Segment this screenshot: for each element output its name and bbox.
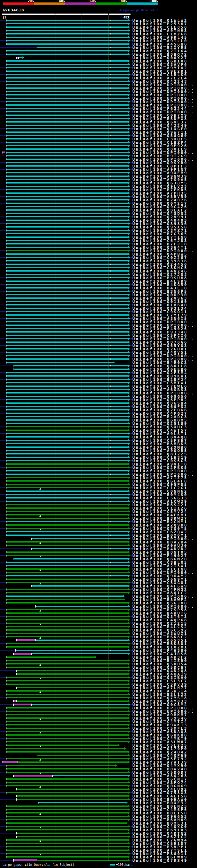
bar-start-tick <box>6 263 6 266</box>
bar-gap-tick <box>44 88 44 89</box>
bar-start-tick <box>6 341 6 343</box>
bar-arrowhead-icon <box>128 29 130 32</box>
gap-leader-line <box>0 67 6 68</box>
bar-arrowhead-icon <box>128 419 130 421</box>
alignment-bar <box>6 233 128 234</box>
bar-gap-tick <box>44 318 44 319</box>
gap-leader-line <box>0 433 6 434</box>
bar-gap-tick <box>44 619 44 621</box>
bar-arrowhead-icon <box>128 405 130 408</box>
gap-leader-line <box>0 474 6 474</box>
bar-start-tick <box>6 565 6 567</box>
bar-arrowhead-icon <box>128 741 130 743</box>
gap-leader-line <box>0 535 6 535</box>
alignment-bar <box>6 436 128 438</box>
bar-gap-tick <box>44 308 44 309</box>
bar-start-tick <box>16 836 17 838</box>
scale-tick-label: ~60% <box>88 0 96 2</box>
bar-gap-tick <box>44 324 44 326</box>
bar-start-tick <box>6 324 6 327</box>
bar-start-tick <box>6 297 6 299</box>
alignment-bar <box>6 579 128 580</box>
bar-arrowhead-icon <box>128 571 130 574</box>
bar-start-tick <box>6 301 6 303</box>
bar-arrowhead-icon <box>128 39 130 42</box>
bar-start-tick <box>6 209 6 211</box>
bar-arrowhead-icon <box>128 524 130 526</box>
alignment-bar <box>6 487 128 488</box>
bar-gap-tick <box>44 856 44 858</box>
gap-leader-line <box>0 338 6 339</box>
bar-arrowhead-icon <box>128 415 130 418</box>
gap-leader-line <box>0 34 6 34</box>
bar-start-tick <box>6 84 6 86</box>
gap-leader-line <box>0 494 6 495</box>
alignment-bar <box>32 538 128 539</box>
bar-arrowhead-icon <box>128 558 130 560</box>
hsp-boundary-arrow-icon <box>110 114 111 116</box>
bar-start-tick <box>6 60 6 62</box>
bar-start-tick <box>6 185 6 188</box>
bar-arrowhead-icon <box>128 66 130 69</box>
bar-start-tick <box>6 456 6 459</box>
bar-start-tick <box>6 433 6 435</box>
bar-arrowhead-icon <box>128 198 130 201</box>
bar-gap-tick <box>44 159 44 160</box>
gap-leader-line <box>0 142 6 143</box>
alignment-bar <box>6 511 128 512</box>
bar-gap-tick <box>44 565 44 566</box>
bar-gap-tick <box>44 101 44 102</box>
bar-gap-tick <box>44 247 44 248</box>
gap-leader-line <box>0 271 6 271</box>
low-identity-segment <box>14 704 32 706</box>
gap-leader-line <box>0 20 6 21</box>
gap-leader-line <box>0 860 14 861</box>
alignment-bar <box>6 186 128 187</box>
bar-start-tick <box>6 595 6 597</box>
bar-gap-tick <box>44 54 44 55</box>
bar-start-tick <box>6 568 6 570</box>
bar-arrowhead-icon <box>128 680 130 682</box>
bar-arrowhead-icon <box>128 131 130 133</box>
subject-id-label[interactable]: UniRef100_Q7RS49 <box>132 859 188 862</box>
bar-start-tick <box>6 70 6 72</box>
hsp-boundary-arrow-icon <box>110 40 111 41</box>
bar-arrowhead-icon <box>128 331 130 333</box>
bar-start-tick <box>6 287 6 289</box>
bar-arrowhead-icon <box>128 517 130 520</box>
alignment-bar <box>6 199 128 200</box>
bar-start-tick <box>6 165 6 167</box>
bar-arrowhead-icon <box>128 26 130 28</box>
alignment-bar <box>6 491 128 492</box>
query-id-title: AV634618 <box>2 8 24 12</box>
gap-leader-line <box>0 467 6 468</box>
bar-gap-tick <box>44 473 44 475</box>
alignment-bar <box>6 819 128 820</box>
bar-start-tick <box>6 629 6 631</box>
low-identity-segment <box>17 639 36 641</box>
bar-arrowhead-icon <box>128 568 130 570</box>
gap-leader-line <box>0 630 6 630</box>
bar-arrowhead-icon <box>128 842 130 845</box>
gap-leader-line <box>0 135 6 136</box>
bar-gap-tick <box>44 734 44 736</box>
hsp-boundary-arrow-icon <box>110 385 111 387</box>
bar-gap-tick <box>44 812 44 814</box>
alignment-row[interactable]: UniRef100_Q7RS49 <box>0 859 197 862</box>
gap-leader-line <box>0 488 6 488</box>
bar-arrowhead-icon <box>128 277 130 279</box>
bar-start-tick <box>6 253 6 255</box>
bar-arrowhead-icon <box>128 290 130 292</box>
bar-gap-tick <box>44 656 44 658</box>
bar-gap-tick <box>44 826 44 827</box>
hsp-boundary-arrow-icon <box>110 392 111 394</box>
gap-leader-line <box>0 846 6 847</box>
bar-arrowhead-icon <box>128 690 130 692</box>
bar-arrowhead-icon <box>128 341 130 343</box>
bar-start-tick <box>13 368 14 370</box>
bar-start-tick <box>6 724 6 726</box>
bar-arrowhead-icon <box>128 456 130 459</box>
bar-start-tick <box>6 91 6 93</box>
bar-arrowhead-icon <box>128 839 130 841</box>
gap-leader-line <box>0 40 6 41</box>
